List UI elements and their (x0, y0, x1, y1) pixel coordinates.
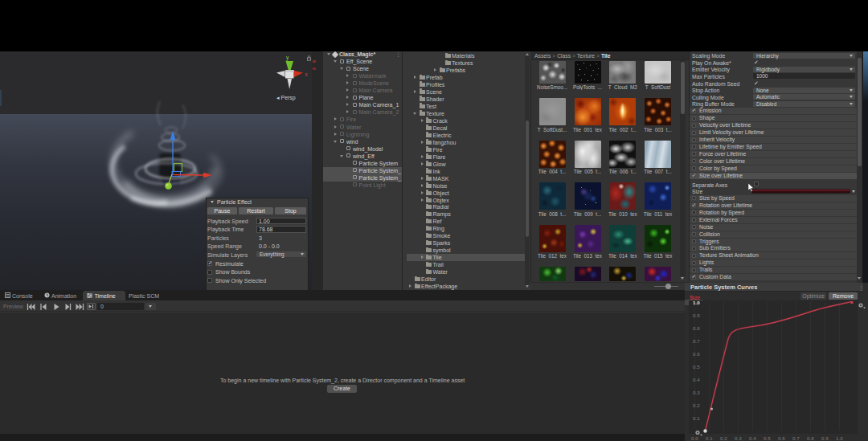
svg-text:x: x (305, 71, 309, 77)
svg-text:y: y (286, 55, 289, 61)
